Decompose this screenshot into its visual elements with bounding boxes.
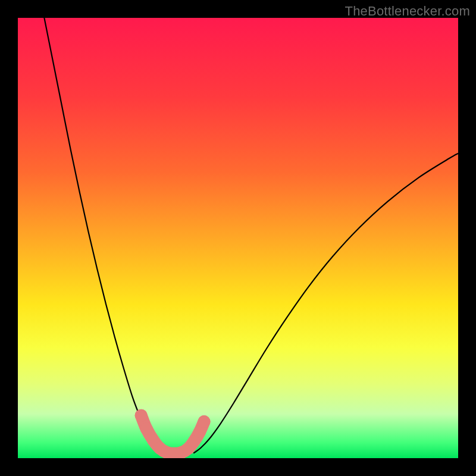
marker-dot	[198, 415, 211, 428]
plot-area	[18, 18, 458, 458]
watermark-text: TheBottlenecker.com	[345, 4, 470, 19]
marker-dot	[140, 422, 153, 435]
marker-dot	[135, 409, 148, 422]
chart-svg	[18, 18, 458, 458]
gradient-background	[18, 18, 458, 458]
chart-frame: TheBottlenecker.com	[0, 0, 476, 476]
